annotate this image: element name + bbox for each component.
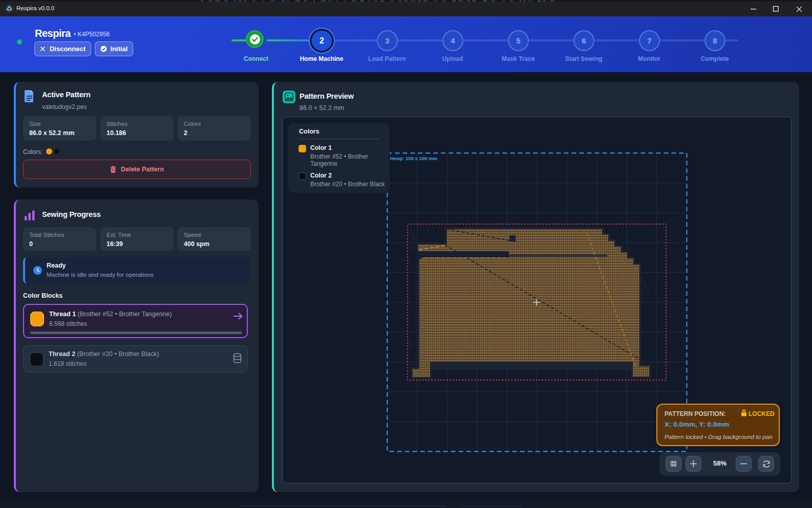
svg-text:Hoop: 100 x 100 mm: Hoop: 100 x 100 mm — [390, 156, 437, 161]
